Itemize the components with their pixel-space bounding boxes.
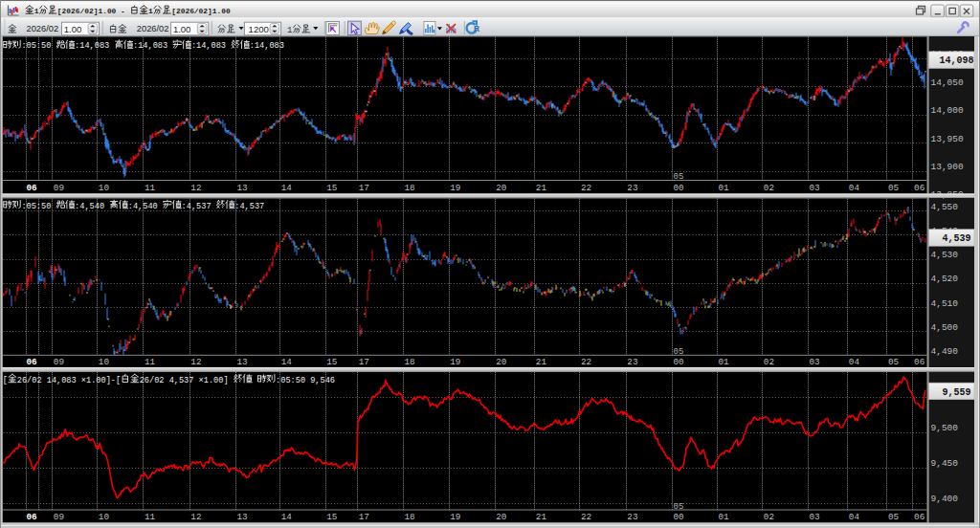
svg-text:20: 20 <box>496 357 506 367</box>
svg-text:03: 03 <box>810 512 820 522</box>
svg-text:13,950: 13,950 <box>931 134 965 144</box>
svg-text:4,530: 4,530 <box>931 250 959 260</box>
svg-text:12: 12 <box>190 183 201 193</box>
svg-text:2026/02: 2026/02 <box>27 24 59 33</box>
svg-text:1: 1 <box>148 7 153 15</box>
svg-text:14: 14 <box>281 357 293 367</box>
svg-text:04: 04 <box>849 357 860 367</box>
svg-text:05: 05 <box>674 502 684 512</box>
svg-text:23: 23 <box>627 357 637 367</box>
svg-text:18: 18 <box>405 512 415 522</box>
svg-text:10: 10 <box>99 357 109 367</box>
svg-text:19: 19 <box>450 512 460 522</box>
svg-text:18: 18 <box>405 183 415 193</box>
svg-text:09: 09 <box>54 357 64 367</box>
svg-text:1.00]-[: 1.00]-[ <box>86 376 121 385</box>
svg-text:01: 01 <box>719 357 730 367</box>
svg-text:01: 01 <box>719 512 730 522</box>
svg-text::4,537: :4,537 <box>182 202 212 211</box>
svg-text:10: 10 <box>99 512 109 522</box>
svg-text::14,083: :14,083 <box>133 41 167 51</box>
svg-text:13: 13 <box>237 512 248 522</box>
svg-text:05: 05 <box>674 172 684 182</box>
svg-text:02: 02 <box>764 183 774 193</box>
svg-text:17: 17 <box>359 183 369 193</box>
svg-text::4,540: :4,540 <box>128 202 158 211</box>
svg-text:02: 02 <box>764 512 774 522</box>
svg-text:13,900: 13,900 <box>931 162 965 172</box>
svg-text::05:50 9,546: :05:50 9,546 <box>276 376 335 385</box>
svg-text:20: 20 <box>496 183 506 193</box>
svg-text:11: 11 <box>145 183 156 193</box>
svg-text:06: 06 <box>914 183 924 193</box>
svg-text:18: 18 <box>405 357 415 367</box>
svg-text:4,510: 4,510 <box>931 298 959 309</box>
svg-text:13: 13 <box>237 357 248 367</box>
svg-text:09: 09 <box>54 183 64 193</box>
svg-text:04: 04 <box>849 183 860 193</box>
svg-text:1200: 1200 <box>249 24 269 34</box>
svg-text:12: 12 <box>190 357 201 367</box>
svg-text:14,098: 14,098 <box>939 55 973 66</box>
svg-text:R: R <box>474 24 479 33</box>
svg-text:06: 06 <box>26 357 37 367</box>
svg-text:1: 1 <box>34 7 39 15</box>
svg-text::4,540: :4,540 <box>75 202 104 211</box>
svg-text:00: 00 <box>674 512 684 522</box>
svg-text:21: 21 <box>536 357 547 367</box>
svg-text:11: 11 <box>145 357 156 367</box>
svg-text::14,083: :14,083 <box>191 41 226 51</box>
svg-text:4,550: 4,550 <box>931 202 959 212</box>
svg-text::05:50: :05:50 <box>21 202 51 211</box>
svg-text:06: 06 <box>914 357 924 367</box>
svg-text:1: 1 <box>287 26 292 35</box>
svg-text::05:50: :05:50 <box>21 41 51 51</box>
svg-text:15: 15 <box>326 512 337 522</box>
svg-text:04: 04 <box>849 512 860 522</box>
svg-text:[2026/02]1.00 -: [2026/02]1.00 - <box>57 7 125 15</box>
svg-text:09: 09 <box>54 512 64 522</box>
svg-text:03: 03 <box>810 357 820 367</box>
svg-text:05: 05 <box>888 183 899 193</box>
svg-text:20: 20 <box>496 512 506 522</box>
svg-text:23: 23 <box>627 183 637 193</box>
svg-text:03: 03 <box>810 183 820 193</box>
svg-text:14,000: 14,000 <box>931 105 965 116</box>
svg-text:22: 22 <box>581 512 591 522</box>
svg-text:9,450: 9,450 <box>931 458 959 469</box>
svg-text:05: 05 <box>888 512 899 522</box>
svg-text:[2026/02]1.00: [2026/02]1.00 <box>171 7 231 15</box>
svg-text:06: 06 <box>26 512 37 522</box>
svg-text:17: 17 <box>359 512 369 522</box>
svg-text:26/02 4,537: 26/02 4,537 <box>140 376 194 385</box>
svg-text:13: 13 <box>237 183 248 193</box>
svg-text:21: 21 <box>536 512 547 522</box>
svg-text:4,520: 4,520 <box>931 274 959 284</box>
svg-text:01: 01 <box>719 183 730 193</box>
svg-text:22: 22 <box>581 357 591 367</box>
svg-text:1.00: 1.00 <box>64 24 82 34</box>
svg-text:14: 14 <box>281 183 293 193</box>
svg-text:14,050: 14,050 <box>931 77 965 88</box>
svg-text::4,537: :4,537 <box>234 202 264 211</box>
svg-text:05: 05 <box>888 357 899 367</box>
svg-text:2026/02: 2026/02 <box>137 24 169 33</box>
svg-text:9,500: 9,500 <box>931 423 959 433</box>
svg-text:23: 23 <box>627 512 637 522</box>
svg-text:11: 11 <box>145 512 156 522</box>
svg-text:12: 12 <box>190 512 201 522</box>
svg-text:00: 00 <box>674 357 684 367</box>
svg-text:21: 21 <box>536 183 547 193</box>
svg-text:4,539: 4,539 <box>942 233 970 244</box>
svg-text:22: 22 <box>581 183 591 193</box>
svg-text:19: 19 <box>450 183 460 193</box>
svg-text:4,500: 4,500 <box>931 322 959 333</box>
svg-text:26/02 14,083: 26/02 14,083 <box>17 376 77 385</box>
svg-text:1.00]: 1.00] <box>204 376 229 385</box>
svg-text:14: 14 <box>281 512 293 522</box>
svg-text:10: 10 <box>99 183 109 193</box>
svg-text:4,490: 4,490 <box>931 346 959 357</box>
svg-text:1.00: 1.00 <box>173 24 191 34</box>
svg-text:06: 06 <box>914 512 924 522</box>
svg-text:15: 15 <box>326 357 337 367</box>
